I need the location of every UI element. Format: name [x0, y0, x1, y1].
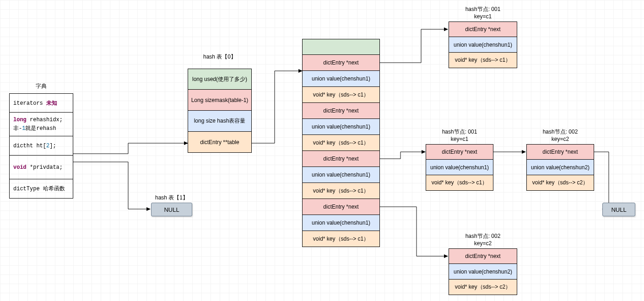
node-row: dictEntry *next: [449, 248, 517, 264]
dict-row: iterators 未知: [9, 93, 73, 113]
hash1-null: NULL: [151, 203, 192, 216]
nodeB-title: hash节点: 001 key=c1: [426, 128, 493, 142]
node-row: dictEntry *next: [449, 22, 517, 37]
hash1-title: hash 表【1】: [151, 194, 192, 202]
nodeA-title: hash节点: 001 key=c1: [449, 5, 517, 20]
node-row: void* key（sds--> c2）: [526, 175, 594, 191]
dict-row: dictType 哈希函数: [9, 179, 73, 199]
nodeB-box: dictEntry *next union value(chenshun1) v…: [426, 144, 493, 191]
node-row: void* key（sds--> c2）: [449, 280, 517, 295]
hash0-row: long used(使用了多少): [188, 69, 252, 90]
nodeD-box: dictEntry *next union value(chenshun2) v…: [449, 248, 517, 295]
hash0-row: long size hash表容量: [188, 111, 252, 132]
node-row: union value(chenshun1): [426, 160, 493, 175]
null-box: NULL: [602, 203, 635, 216]
nodeC-title: hash节点: 002 key=c2: [526, 128, 594, 142]
nodeD-title: hash节点: 002 key=c2: [449, 232, 517, 247]
bucket-row: dictEntry *next: [302, 199, 380, 215]
bucket-row: union value(chenshun1): [302, 71, 380, 87]
bucket-row: union value(chenshun1): [302, 215, 380, 231]
dict-box: iterators 未知 long rehashidx;非-1就是rehash …: [9, 93, 73, 199]
node-row: union value(chenshun2): [526, 160, 594, 175]
bucket-row: void* key（sds--> c1）: [302, 183, 380, 199]
node-row: union value(chenshun1): [449, 37, 517, 53]
bucket-row: [302, 39, 380, 55]
dict-title: 字典: [9, 82, 73, 90]
node-row: union value(chenshun2): [449, 264, 517, 280]
nodeA-box: dictEntry *next union value(chenshun1) v…: [449, 22, 517, 68]
hash0-box: long used(使用了多少) Long sizemask(table-1) …: [188, 69, 252, 153]
dict-row: void *privdata;: [9, 156, 73, 179]
bucket-row: void* key（sds--> c1）: [302, 231, 380, 247]
bucket-row: dictEntry *next: [302, 151, 380, 167]
hash0-row: dictEntry **table: [188, 132, 252, 153]
hash0-row: Long sizemask(table-1): [188, 90, 252, 111]
node-row: void* key（sds--> c1）: [426, 175, 493, 191]
node-row: dictEntry *next: [526, 144, 594, 160]
node-row: dictEntry *next: [426, 144, 493, 160]
bucket-row: union value(chenshun1): [302, 167, 380, 183]
buckets: dictEntry *next union value(chenshun1) v…: [302, 39, 380, 247]
bucket-row: dictEntry *next: [302, 55, 380, 71]
node-row: void* key（sds--> c1）: [449, 53, 517, 68]
bucket-row: void* key（sds--> c1）: [302, 135, 380, 151]
hash0-title: hash 表【0】: [188, 53, 252, 61]
bucket-row: dictEntry *next: [302, 103, 380, 119]
bucket-row: void* key（sds--> c1）: [302, 87, 380, 103]
dict-row: long rehashidx;非-1就是rehash: [9, 113, 73, 136]
bucket-row: union value(chenshun1): [302, 119, 380, 135]
dict-row: dictht ht[2];: [9, 136, 73, 156]
nodeC-box: dictEntry *next union value(chenshun2) v…: [526, 144, 594, 191]
